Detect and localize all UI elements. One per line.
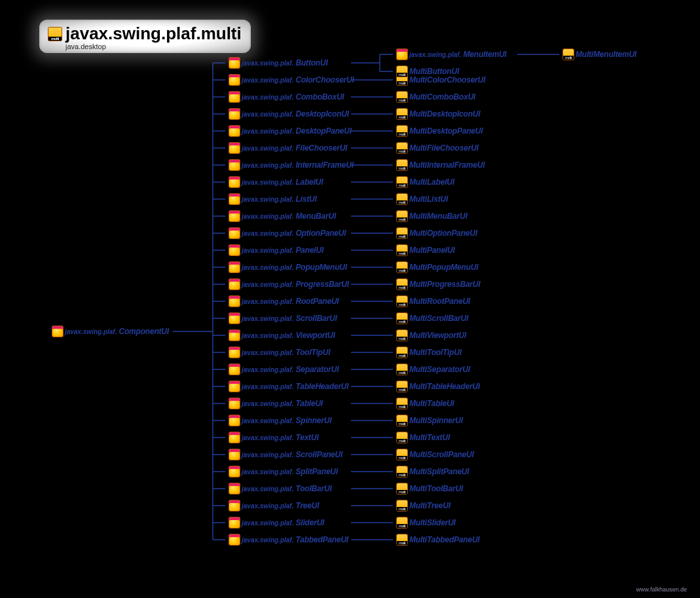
node-treeui[interactable]: javax.swing.plaf.TreeUI: [229, 500, 319, 512]
multi-icon: [397, 330, 407, 341]
node-multiviewportui[interactable]: MultiViewportUI: [397, 329, 466, 341]
package-title: javax.swing.plaf.multi: [65, 24, 242, 44]
package-icon: [229, 58, 240, 68]
node-multimenuitemui[interactable]: MultiMenuItemUI: [563, 48, 636, 60]
multi-icon: [397, 92, 407, 102]
node-internalframeui[interactable]: javax.swing.plaf.InternalFrameUI: [229, 159, 354, 171]
node-tabbedpaneui[interactable]: javax.swing.plaf.TabbedPaneUI: [229, 534, 348, 546]
package-icon: [229, 279, 240, 290]
node-multitabbedpaneui[interactable]: MultiTabbedPaneUI: [397, 534, 480, 546]
class-prefix: javax.swing.plaf.: [242, 468, 293, 476]
class-prefix: javax.swing.plaf.: [242, 349, 293, 356]
node-spinnerui[interactable]: javax.swing.plaf.SpinnerUI: [229, 415, 331, 426]
node-menubarui[interactable]: javax.swing.plaf.MenuBarUI: [229, 210, 336, 222]
node-multipanelui[interactable]: MultiPanelUI: [397, 244, 455, 256]
node-multitableui[interactable]: MultiTableUI: [397, 398, 454, 409]
class-prefix: javax.swing.plaf.: [242, 247, 293, 254]
node-multisplitpaneui[interactable]: MultiSplitPaneUI: [397, 466, 469, 477]
node-desktopiconui[interactable]: javax.swing.plaf.DesktopIconUI: [229, 108, 349, 120]
node-multilabelui[interactable]: MultiLabelUI: [397, 176, 454, 188]
node-multiinternalframeui[interactable]: MultiInternalFrameUI: [397, 159, 485, 171]
node-tableui[interactable]: javax.swing.plaf.TableUI: [229, 398, 323, 409]
node-multisliderui[interactable]: MultiSliderUI: [397, 517, 456, 529]
class-prefix: javax.swing.plaf.: [242, 196, 293, 203]
node-panelui[interactable]: javax.swing.plaf.PanelUI: [229, 244, 323, 256]
class-prefix: javax.swing.plaf.: [242, 366, 293, 373]
node-viewportui[interactable]: javax.swing.plaf.ViewportUI: [229, 329, 335, 341]
node-desktoppaneui[interactable]: javax.swing.plaf.DesktopPaneUI: [229, 125, 352, 137]
node-multitextui[interactable]: MultiTextUI: [397, 432, 450, 443]
multi-icon: [397, 109, 407, 119]
node-componentui[interactable]: javax.swing.plaf.ComponentUI: [52, 326, 169, 337]
package-icon: [229, 449, 240, 460]
node-multicomboboxui[interactable]: MultiComboBoxUI: [397, 91, 475, 103]
node-scrollpaneui[interactable]: javax.swing.plaf.ScrollPaneUI: [229, 449, 342, 460]
node-colorchooserui[interactable]: javax.swing.plaf.ColorChooserUI: [229, 74, 354, 86]
node-multitableheaderui[interactable]: MultiTableHeaderUI: [397, 381, 480, 392]
multi-icon: [397, 160, 407, 170]
class-prefix: javax.swing.plaf.: [242, 128, 293, 135]
class-name: ComponentUI: [119, 327, 168, 336]
node-multifilechooserui[interactable]: MultiFileChooserUI: [397, 142, 479, 154]
node-labelui[interactable]: javax.swing.plaf.LabelUI: [229, 176, 323, 188]
class-name: ScrollBarUI: [295, 314, 337, 323]
class-name: ButtonUI: [295, 58, 327, 67]
package-icon: [229, 415, 240, 426]
node-progressbarui[interactable]: javax.swing.plaf.ProgressBarUI: [229, 278, 349, 290]
class-name: OptionPaneUI: [295, 229, 346, 238]
node-buttonui[interactable]: javax.swing.plaf.ButtonUI: [229, 57, 328, 69]
node-multitoolbarui[interactable]: MultiToolBarUI: [397, 483, 463, 495]
class-name: MultiButtonUI: [409, 67, 459, 76]
multi-icon: [397, 534, 407, 545]
node-toolbarui[interactable]: javax.swing.plaf.ToolBarUI: [229, 483, 332, 495]
node-multimenubarui[interactable]: MultiMenuBarUI: [397, 210, 468, 222]
class-prefix: javax.swing.plaf.: [409, 51, 461, 58]
node-multiprogressbarui[interactable]: MultiProgressBarUI: [397, 278, 480, 290]
class-name: MultiTableUI: [409, 399, 454, 408]
node-popupmenuui[interactable]: javax.swing.plaf.PopupMenuUI: [229, 261, 347, 273]
multi-icon: [397, 126, 407, 136]
node-filechooserui[interactable]: javax.swing.plaf.FileChooserUI: [229, 142, 347, 154]
package-icon: [229, 381, 240, 392]
node-multibuttonui[interactable]: MultiButtonUI: [397, 65, 459, 77]
node-rootpaneui[interactable]: javax.swing.plaf.RootPaneUI: [229, 295, 339, 307]
node-multioptionpaneui[interactable]: MultiOptionPaneUI: [397, 227, 477, 239]
class-name: MultiLabelUI: [409, 178, 454, 187]
class-prefix: javax.swing.plaf.: [242, 111, 293, 118]
node-menuitemui[interactable]: javax.swing.plaf.MenuItemUI: [397, 48, 507, 60]
class-name: MenuBarUI: [295, 212, 336, 221]
class-prefix: javax.swing.plaf.: [242, 179, 293, 186]
node-scrollbarui[interactable]: javax.swing.plaf.ScrollBarUI: [229, 312, 337, 324]
package-icon: [229, 194, 240, 204]
node-multiscrollpaneui[interactable]: MultiScrollPaneUI: [397, 449, 474, 460]
node-multidesktopiconui[interactable]: MultiDesktopIconUI: [397, 108, 480, 120]
node-splitpaneui[interactable]: javax.swing.plaf.SplitPaneUI: [229, 466, 338, 477]
node-textui[interactable]: javax.swing.plaf.TextUI: [229, 432, 319, 443]
multi-icon: [397, 228, 407, 238]
node-sliderui[interactable]: javax.swing.plaf.SliderUI: [229, 517, 324, 529]
class-name: RootPaneUI: [295, 297, 339, 306]
node-tableheaderui[interactable]: javax.swing.plaf.TableHeaderUI: [229, 381, 348, 392]
class-prefix: javax.swing.plaf.: [242, 434, 293, 441]
node-multipopupmenuui[interactable]: MultiPopupMenuUI: [397, 261, 478, 273]
package-icon: [229, 483, 240, 494]
node-multitooltipui[interactable]: MultiToolTipUI: [397, 346, 462, 358]
node-tooltipui[interactable]: javax.swing.plaf.ToolTipUI: [229, 346, 330, 358]
class-name: MultiMenuBarUI: [409, 212, 468, 221]
node-comboboxui[interactable]: javax.swing.plaf.ComboBoxUI: [229, 91, 344, 103]
node-multirootpaneui[interactable]: MultiRootPaneUI: [397, 295, 470, 307]
connector-lines: [0, 0, 700, 598]
class-name: MultiTabbedPaneUI: [409, 535, 480, 544]
node-optionpaneui[interactable]: javax.swing.plaf.OptionPaneUI: [229, 227, 346, 239]
class-name: MultiOptionPaneUI: [409, 229, 477, 238]
class-name: MultiScrollBarUI: [409, 314, 468, 323]
node-multiseparatorui[interactable]: MultiSeparatorUI: [397, 364, 470, 375]
node-multilistui[interactable]: MultiListUI: [397, 193, 448, 205]
class-prefix: javax.swing.plaf.: [242, 383, 293, 390]
node-multitreeui[interactable]: MultiTreeUI: [397, 500, 451, 512]
node-listui[interactable]: javax.swing.plaf.ListUI: [229, 193, 317, 205]
node-multispinnerui[interactable]: MultiSpinnerUI: [397, 415, 463, 426]
node-multidesktoppaneui[interactable]: MultiDesktopPaneUI: [397, 125, 483, 137]
node-multiscrollbarui[interactable]: MultiScrollBarUI: [397, 312, 468, 324]
node-separatorui[interactable]: javax.swing.plaf.SeparatorUI: [229, 364, 339, 375]
